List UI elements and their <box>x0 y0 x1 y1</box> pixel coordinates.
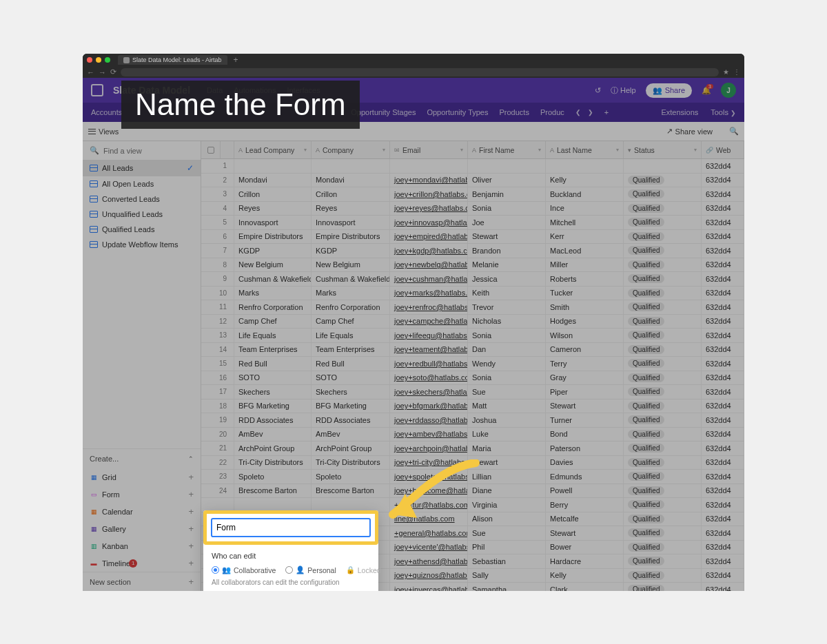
address-bar[interactable] <box>121 68 719 76</box>
cell-web[interactable]: 632dd4 <box>702 541 744 554</box>
col-last-name[interactable]: ALast Name▾ <box>546 141 624 158</box>
cell-fname[interactable]: Stewart <box>468 230 546 244</box>
cell-lead[interactable]: New Belgium <box>234 258 312 272</box>
cell-lname[interactable]: Piper <box>546 385 624 399</box>
col-email[interactable]: ✉Email▾ <box>390 141 468 158</box>
tools-button[interactable]: Tools ❯ <box>711 108 736 116</box>
cell-status[interactable]: Qualified <box>624 512 702 526</box>
table-row[interactable]: 16 SOTO SOTO joey+soto@hatlabs.com Sonia… <box>201 371 744 386</box>
cell-status[interactable]: Qualified <box>624 554 702 568</box>
cell-web[interactable]: 632dd4 <box>702 174 744 187</box>
cell-email[interactable]: joey+soto@hatlabs.com <box>390 371 468 385</box>
cell-lname[interactable]: Metcalfe <box>546 512 624 526</box>
cell-email[interactable]: joey+tri-city@hatlabs.com <box>390 456 468 470</box>
cell-lname[interactable]: Edmunds <box>546 470 624 484</box>
cell-fname[interactable]: Joe <box>468 216 546 229</box>
table-row[interactable]: 19 RDD Associates RDD Associates joey+rd… <box>201 413 744 428</box>
cell-web[interactable]: 632dd4 <box>702 187 744 201</box>
cell-status[interactable]: Qualified <box>624 569 702 583</box>
table-row[interactable]: 7 KGDP KGDP joey+kgdp@hatlabs.com Brando… <box>201 244 744 258</box>
cell-email[interactable]: joey+kgdp@hatlabs.com <box>390 244 468 258</box>
cell-status[interactable]: Qualified <box>624 300 702 314</box>
cell-lname[interactable]: Kelly <box>546 569 624 583</box>
cell-status[interactable]: Qualified <box>624 498 702 512</box>
cell-email[interactable]: joey+crillon@hatlabs.com <box>390 187 468 201</box>
help-button[interactable]: ⓘ Help <box>611 85 636 96</box>
cell-lname[interactable]: Hardacre <box>546 554 624 568</box>
create-kanban[interactable]: ▥Kanban+ <box>83 537 201 554</box>
cell-email[interactable]: joey+archpoin@hatlabs.c... <box>390 442 468 455</box>
cell-email[interactable]: joey+teament@hatlabs.c... <box>390 343 468 357</box>
cell-company[interactable]: Cushman & Wakefield <box>312 272 390 286</box>
cell-email[interactable]: +general@hatlabs.com <box>390 526 468 540</box>
cell-lname[interactable]: Ince <box>546 202 624 216</box>
maximize-window-icon[interactable] <box>105 57 110 63</box>
table-tab-opp-types[interactable]: Opportunity Types <box>427 108 488 116</box>
cell-status[interactable]: Qualified <box>624 526 702 540</box>
cell-fname[interactable]: Luke <box>468 428 546 442</box>
cell-company[interactable]: Life Equals <box>312 329 390 342</box>
history-icon[interactable]: ↺ <box>595 86 601 95</box>
cell-company[interactable]: Marks <box>312 287 390 300</box>
cell-email[interactable]: joey+lifeequ@hatlabs.com <box>390 329 468 342</box>
views-button[interactable]: Views <box>88 127 119 136</box>
cell-lname[interactable]: Cameron <box>546 343 624 357</box>
cell-email[interactable]: joey+empired@hatlabs.c... <box>390 230 468 244</box>
table-row[interactable]: 22 Tri-City Distributors Tri-City Distri… <box>201 456 744 470</box>
cell-company[interactable] <box>312 159 390 173</box>
cell-web[interactable]: 632dd4 <box>702 498 744 512</box>
cell-status[interactable]: Qualified <box>624 202 702 216</box>
table-row[interactable]: 3 Crillon Crillon joey+crillon@hatlabs.c… <box>201 187 744 202</box>
table-row[interactable]: 8 New Belgium New Belgium joey+newbelg@h… <box>201 258 744 273</box>
cell-status[interactable]: Qualified <box>624 329 702 342</box>
cell-fname[interactable]: Oliver <box>468 174 546 187</box>
cell-lead[interactable] <box>234 498 312 512</box>
cell-web[interactable]: 632dd4 <box>702 159 744 173</box>
table-row[interactable]: 6 Empire Distributors Empire Distributor… <box>201 230 744 245</box>
cell-email[interactable]: joey+ambev@hatlabs.com <box>390 428 468 442</box>
cell-lead[interactable]: Marks <box>234 287 312 300</box>
cell-lname[interactable]: Hodges <box>546 315 624 329</box>
cell-status[interactable]: Qualified <box>624 399 702 413</box>
cell-web[interactable]: 632dd4 <box>702 216 744 229</box>
cell-fname[interactable]: Sue <box>468 385 546 399</box>
view-item[interactable]: Update Webflow Items <box>83 237 201 252</box>
cell-email[interactable] <box>390 159 468 173</box>
cell-web[interactable]: 632dd4 <box>702 470 744 484</box>
table-tab-produc[interactable]: Produc <box>540 108 564 116</box>
cell-status[interactable]: Qualified <box>624 174 702 187</box>
cell-lname[interactable]: Mitchell <box>546 216 624 229</box>
cell-email[interactable]: joey+reyes@hatlabs.com <box>390 202 468 216</box>
cell-status[interactable]: Qualified <box>624 187 702 201</box>
create-timeline[interactable]: ▬Timeline1+ <box>83 554 201 572</box>
cell-status[interactable]: Qualified <box>624 385 702 399</box>
cell-lname[interactable]: Bond <box>546 428 624 442</box>
cell-lead[interactable]: Skechers <box>234 385 312 399</box>
cell-company[interactable]: Tri-City Distributors <box>312 456 390 470</box>
cell-web[interactable]: 632dd4 <box>702 202 744 216</box>
cell-lead[interactable]: Life Equals <box>234 329 312 342</box>
menu-icon[interactable]: ⋮ <box>733 68 740 76</box>
cell-status[interactable]: Qualified <box>624 244 702 258</box>
table-tab-products[interactable]: Products <box>500 108 529 116</box>
cell-company[interactable]: Red Bull <box>312 357 390 371</box>
cell-lname[interactable]: Berry <box>546 498 624 512</box>
cell-company[interactable]: AmBev <box>312 428 390 442</box>
cell-email[interactable]: joey+spoleto@hatlabs.com <box>390 470 468 484</box>
create-grid[interactable]: ▦Grid+ <box>83 468 201 486</box>
table-row[interactable]: 11 Renfro Corporation Renfro Corporation… <box>201 300 744 315</box>
browser-extensions[interactable]: ★ ⋮ <box>723 68 740 76</box>
cell-email[interactable]: joey+brescome@hatlat... <box>390 484 468 498</box>
cell-email[interactable]: joey+quiznos@hatlabs.c... <box>390 569 468 583</box>
back-button[interactable]: ← <box>87 68 94 76</box>
cell-fname[interactable]: Lillian <box>468 470 546 484</box>
cell-email[interactable]: joey+vicente'@hatlabs.com <box>390 541 468 554</box>
create-header[interactable]: Create... ⌃ <box>83 449 201 468</box>
table-row[interactable]: 21 ArchPoint Group ArchPoint Group joey+… <box>201 442 744 456</box>
cell-fname[interactable]: Samantha <box>468 583 546 591</box>
close-window-icon[interactable] <box>87 57 92 63</box>
cell-web[interactable]: 632dd4 <box>702 230 744 244</box>
user-avatar[interactable]: J <box>721 83 736 98</box>
col-status[interactable]: ▾Status▾ <box>624 141 702 158</box>
cell-fname[interactable]: Nicholas <box>468 315 546 329</box>
